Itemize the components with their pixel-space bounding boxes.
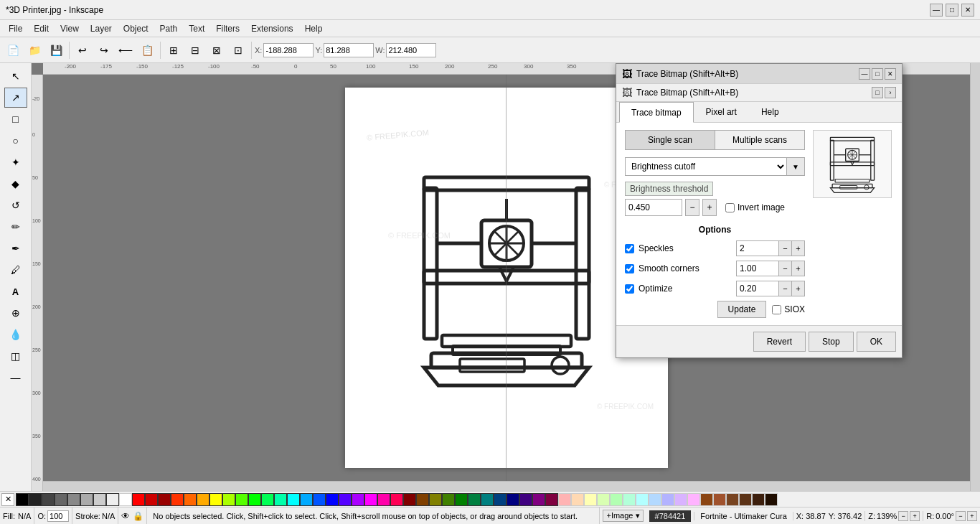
align-center-btn[interactable]: ⊟ [185,40,205,60]
color-swatch-11[interactable] [184,493,197,506]
menu-view[interactable]: View [55,22,85,35]
ellipse-tool[interactable]: ○ [4,131,27,151]
dialog-restore2-btn[interactable]: □ [872,87,883,98]
color-swatch-32[interactable] [584,493,597,506]
gradient-tool[interactable]: ◫ [4,346,27,366]
color-swatch-magenta[interactable] [364,493,377,506]
rect-tool[interactable]: □ [4,109,27,129]
menu-file[interactable]: File [3,22,28,35]
pen-tool[interactable]: ✒ [4,238,27,258]
color-swatch-4[interactable] [67,493,80,506]
stop-btn[interactable]: Stop [809,332,854,352]
rotate-decrement-btn[interactable]: − [956,511,966,521]
revert-btn[interactable]: Revert [753,332,806,352]
scrollbar-horizontal[interactable] [43,481,970,491]
smooth-corners-input[interactable] [736,261,779,276]
menu-help[interactable]: Help [299,22,329,35]
scrollbar-vertical[interactable] [970,63,980,491]
color-swatch-6[interactable] [93,493,106,506]
siox-checkbox[interactable] [772,305,781,314]
node-tool[interactable]: ↗ [4,88,27,108]
color-swatch-35[interactable] [623,493,636,506]
color-swatch-24[interactable] [442,493,455,506]
optimize-checkbox[interactable] [625,284,634,294]
color-swatch-20[interactable] [352,493,364,506]
zoom-in-btn[interactable]: + [910,511,920,521]
color-swatch-33[interactable] [597,493,610,506]
color-swatch-29[interactable] [545,493,558,506]
color-swatch-yellow[interactable] [209,493,222,506]
color-swatch-9[interactable] [158,493,171,506]
brightness-cutoff-select[interactable]: Brightness cutoff [625,157,786,176]
single-scan-btn[interactable]: Single scan [625,130,715,150]
optimize-input[interactable] [736,281,779,296]
lock-icon[interactable]: 🔒 [133,511,143,521]
color-swatch-10[interactable] [171,493,184,506]
menu-edit[interactable]: Edit [28,22,55,35]
pencil-tool[interactable]: ✏ [4,217,27,237]
zoom-tool[interactable]: ⊕ [4,303,27,323]
color-swatch-purple[interactable] [532,493,545,506]
smooth-corners-checkbox[interactable] [625,264,634,273]
optimize-decrement-btn[interactable]: − [779,281,792,296]
smooth-corners-decrement-btn[interactable]: − [779,261,792,276]
color-swatch-cyan[interactable] [287,493,300,506]
color-swatch-26[interactable] [468,493,481,506]
menu-filters[interactable]: Filters [210,22,245,35]
ok-btn[interactable]: OK [857,332,896,352]
color-swatch-brown3[interactable] [726,493,739,506]
align-left-btn[interactable]: ⊞ [164,40,184,60]
select-tool[interactable]: ↖ [4,66,27,86]
color-swatch-16[interactable] [274,493,287,506]
smooth-corners-increment-btn[interactable]: + [792,261,805,276]
dialog-restore-btn[interactable]: □ [872,68,883,80]
color-swatch-green[interactable] [248,493,261,506]
dropdown-arrow-icon[interactable]: ▼ [786,157,805,176]
opacity-input[interactable] [47,510,69,522]
color-swatch-22[interactable] [390,493,403,506]
color-swatch-3[interactable] [55,493,67,506]
color-swatch-black[interactable] [16,493,29,506]
minimize-btn[interactable]: — [930,4,943,17]
undo2-btn[interactable]: ⟵ [116,40,136,60]
eye-icon[interactable]: 👁 [121,511,130,521]
maximize-btn[interactable]: □ [946,4,958,17]
image-mode-btn[interactable]: +Image ▾ [603,510,643,522]
color-swatch-brown4[interactable] [739,493,752,506]
color-swatch-23[interactable] [416,493,429,506]
color-swatch-13[interactable] [222,493,235,506]
menu-text[interactable]: Text [183,22,210,35]
dialog-close-btn[interactable]: ✕ [885,68,896,80]
menu-extensions[interactable]: Extensions [245,22,299,35]
threshold-input[interactable] [625,199,682,216]
speckles-decrement-btn[interactable]: − [779,240,792,256]
new-btn[interactable]: 📄 [3,40,23,60]
color-swatch-1[interactable] [29,493,42,506]
tab-pixel-art[interactable]: Pixel art [694,102,749,122]
color-swatch-teal[interactable] [481,493,494,506]
invert-checkbox[interactable] [725,203,735,212]
speckles-input[interactable] [736,240,779,256]
color-swatch-31[interactable] [571,493,584,506]
close-btn[interactable]: ✕ [961,4,974,17]
color-swatch-brown5[interactable] [752,493,765,506]
spiral-tool[interactable]: ↺ [4,195,27,215]
color-swatch-39[interactable] [674,493,687,506]
color-swatch-21[interactable] [377,493,390,506]
star-tool[interactable]: ✦ [4,152,27,172]
color-swatch-8[interactable] [145,493,158,506]
tab-trace-bitmap[interactable]: Trace bitmap [619,102,694,123]
w-input[interactable] [386,43,436,57]
save-btn[interactable]: 💾 [46,40,66,60]
color-swatch-36[interactable] [636,493,649,506]
connector-tool[interactable]: — [4,368,27,388]
undo-btn[interactable]: ↩ [72,40,93,60]
color-swatch-5[interactable] [80,493,93,506]
zoom-out-btn[interactable]: − [898,511,908,521]
callig-tool[interactable]: 🖊 [4,260,27,280]
tab-help[interactable]: Help [749,102,791,122]
color-swatch-37[interactable] [649,493,661,506]
multiple-scans-btn[interactable]: Multiple scans [715,130,805,150]
color-swatch-blue[interactable] [326,493,339,506]
speckles-increment-btn[interactable]: + [792,240,805,256]
